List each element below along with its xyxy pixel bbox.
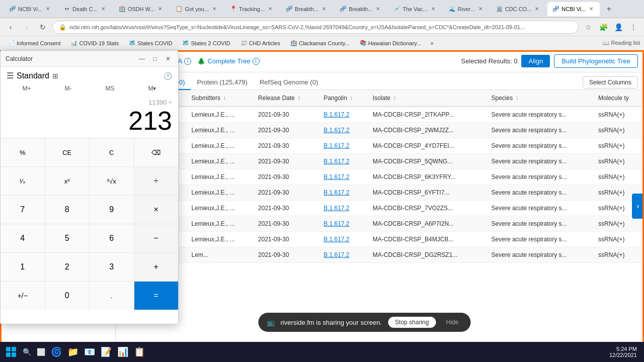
calc-c-button[interactable]: C [90,138,134,166]
bookmark-chd[interactable]: 📰 CHD Articles [236,39,284,48]
align-button[interactable]: Align [521,55,550,67]
complete-tree-info-icon[interactable]: i [253,58,260,65]
tab-close[interactable]: ✕ [588,6,595,13]
tab-close[interactable]: ✕ [477,6,484,13]
more-button[interactable]: ⋮ [627,21,640,34]
taskbar-task-view[interactable]: ⬜ [35,344,47,360]
calc-5-button[interactable]: 5 [45,224,90,252]
history-button[interactable]: 🕐 [164,72,172,80]
calc-reciprocal-button[interactable]: ¹⁄ₓ [1,167,45,195]
bookmark-informed-consent[interactable]: 📄 Informed Consent [4,39,64,48]
calc-sqrt-button[interactable]: ²√x [90,167,134,195]
mem-store-button[interactable]: MS [102,83,117,94]
select-columns-button[interactable]: Select Columns [583,76,638,88]
new-tab-button[interactable]: + [602,2,616,16]
tab-vac[interactable]: 💉 The Vac... ✕ [388,2,441,16]
pangolin-link[interactable]: B.1.617.2 [324,189,349,196]
taskbar-file-explorer[interactable]: 📁 [65,344,80,360]
tab-close[interactable]: ✕ [156,6,164,13]
tab-osdh[interactable]: 🏥 OSDH W... ✕ [114,2,169,16]
pangolin-link[interactable]: B.1.617.2 [324,205,349,212]
mem-recall-button[interactable]: M▾ [145,83,159,94]
calc-9-button[interactable]: 9 [90,196,134,224]
tab-close[interactable]: ✕ [211,6,218,13]
pangolin-link[interactable]: B.1.617.2 [324,127,349,134]
tab-protein[interactable]: Protein (125,479) [191,75,253,90]
calc-equals-button[interactable]: = [134,282,179,310]
calc-maximize-button[interactable]: □ [150,54,160,64]
mem-sub-button[interactable]: M- [61,83,74,94]
start-button[interactable] [3,344,19,360]
pangolin-link[interactable]: B.1.617.2 [324,142,349,149]
calc-divide-button[interactable]: ÷ [134,167,179,195]
calc-minimize-button[interactable]: — [137,54,147,64]
tab-break1[interactable]: 🧬 Breakth... ✕ [281,2,333,16]
back-button[interactable]: ‹ [4,21,17,34]
tab-break2[interactable]: 🧬 Breakth... ✕ [335,2,386,16]
tab-close[interactable]: ✕ [374,6,381,13]
reading-list-btn[interactable]: 📖 Reading list [602,40,640,46]
tab-river[interactable]: 🌊 River... ✕ [444,2,489,16]
taskbar-edge[interactable]: 🌀 [49,344,64,360]
pangolin-link[interactable]: B.1.617.2 [324,111,349,118]
calc-percent-button[interactable]: % [1,138,45,166]
tab-got[interactable]: 📋 Got you... ✕ [171,2,223,16]
tab-cdc[interactable]: 🏛️ CDC CO... ✕ [491,2,546,16]
calc-decimal-button[interactable]: . [90,282,134,310]
taskbar-word[interactable]: 📝 [99,344,114,360]
address-bar[interactable]: 🔒 ncbi.nlm.nih.gov/labs/virus/vssi/#/vir… [52,21,579,34]
stop-sharing-button[interactable]: Stop sharing [388,317,436,328]
tab-refseq[interactable]: RefSeq Genome (0) [254,75,324,90]
extensions-button[interactable]: 🧩 [597,21,610,34]
calc-negate-button[interactable]: +/− [1,282,45,310]
complete-tree-link[interactable]: 🌲 Complete Tree i [197,57,259,65]
tab-close[interactable]: ✕ [44,6,51,13]
tab-ncbi-active[interactable]: 🧬 NCBI Vi... ✕ [547,2,600,16]
mutations-info-icon[interactable]: i [184,58,191,65]
mode-expand-icon[interactable]: ⊞ [52,72,58,80]
pangolin-link[interactable]: B.1.617.2 [324,220,349,227]
calc-multiply-button[interactable]: × [134,196,179,224]
tab-close[interactable]: ✕ [430,6,437,13]
next-page-arrow[interactable]: › [632,194,644,219]
calc-add-button[interactable]: + [134,253,179,281]
calc-4-button[interactable]: 4 [1,224,45,252]
calc-2-button[interactable]: 2 [45,253,90,281]
profile-button[interactable]: 👤 [612,21,625,34]
calc-1-button[interactable]: 1 [1,253,45,281]
tab-death[interactable]: 💀 Death C... ✕ [58,2,112,16]
pangolin-link[interactable]: B.1.617.2 [324,236,349,243]
reload-button[interactable]: ↻ [36,21,49,34]
bookmark-states2-covid[interactable]: 🗺️ States 2 COVID [178,39,234,48]
tab-close[interactable]: ✕ [533,6,540,13]
tab-close[interactable]: ✕ [320,6,328,13]
tab-close[interactable]: ✕ [267,6,274,13]
calc-square-button[interactable]: x² [45,167,90,195]
bookmark-star[interactable]: ☆ [582,21,595,34]
calc-ce-button[interactable]: CE [45,138,90,166]
calc-6-button[interactable]: 6 [90,224,134,252]
pangolin-link[interactable]: B.1.617.2 [324,251,349,258]
bookmark-clackamas[interactable]: 🏥 Clackamas County... [286,39,354,48]
bookmark-covid-stats[interactable]: 📊 COVID-19 Stats [66,39,123,48]
bookmarks-overflow[interactable]: » [427,39,437,48]
taskbar-search[interactable]: 🔍 [21,344,33,360]
tab-ncbi-1[interactable]: 🧬 NCBI Vi... ✕ [4,2,56,16]
calc-0-button[interactable]: 0 [45,282,90,310]
calc-backspace-button[interactable]: ⌫ [134,138,179,166]
taskbar-powerpoint[interactable]: 📋 [132,344,147,360]
tab-close[interactable]: ✕ [100,6,107,13]
calc-close-button[interactable]: ✕ [163,54,173,64]
taskbar-mail[interactable]: 📧 [82,344,97,360]
pangolin-link[interactable]: B.1.617.2 [324,173,349,180]
pangolin-link[interactable]: B.1.617.2 [324,158,349,165]
calc-8-button[interactable]: 8 [45,196,90,224]
calc-subtract-button[interactable]: − [134,224,179,252]
taskbar-excel[interactable]: 📊 [115,344,130,360]
tab-tracking[interactable]: 📍 Tracking... ✕ [225,2,279,16]
forward-button[interactable]: › [20,21,33,34]
hide-notification-button[interactable]: Hide [442,317,462,328]
bookmark-states-covid[interactable]: 🗺️ States COVID [125,39,176,48]
bookmark-hawaiian[interactable]: 📚 Hawaiian Dictionary... [356,39,426,48]
mem-add-button[interactable]: M+ [19,83,34,94]
